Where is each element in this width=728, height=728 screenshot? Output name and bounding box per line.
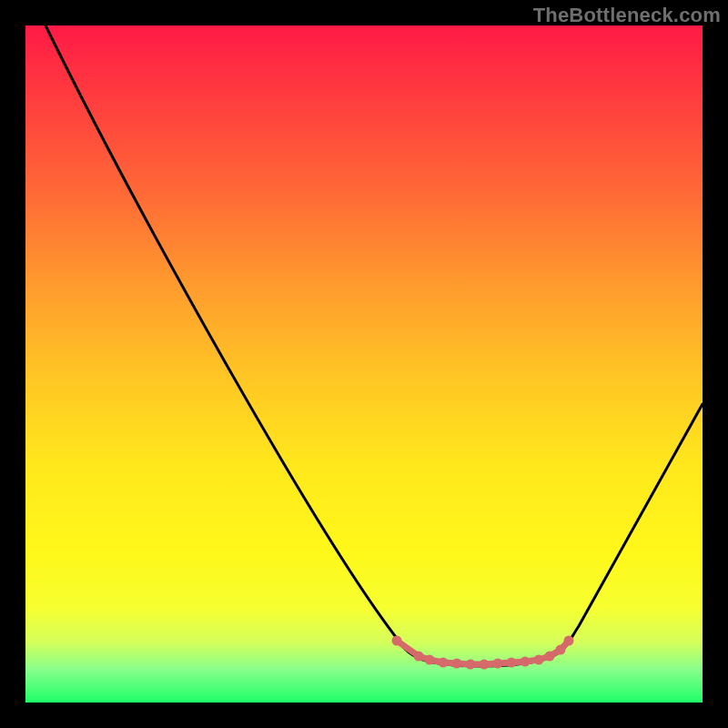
valley-marker-dot bbox=[564, 636, 574, 646]
valley-marker-dot bbox=[493, 659, 503, 669]
watermark-text: TheBottleneck.com bbox=[533, 4, 721, 27]
chart-svg bbox=[25, 25, 703, 703]
valley-marker-dot bbox=[534, 655, 544, 665]
valley-marker-group bbox=[392, 636, 574, 670]
valley-marker-dot bbox=[425, 655, 435, 665]
valley-marker-dot bbox=[545, 652, 555, 662]
valley-marker-dot bbox=[439, 658, 449, 668]
valley-marker-dot bbox=[507, 658, 517, 668]
valley-marker-dot bbox=[414, 652, 424, 662]
valley-marker-dot bbox=[452, 659, 462, 669]
chart-frame: TheBottleneck.com bbox=[0, 0, 728, 728]
chart-plot-area bbox=[25, 25, 703, 703]
valley-marker-dot bbox=[392, 636, 402, 646]
valley-marker-dot bbox=[521, 657, 531, 667]
valley-marker-dot bbox=[466, 660, 476, 670]
valley-marker-dot bbox=[556, 645, 566, 655]
bottleneck-curve bbox=[46, 25, 703, 666]
valley-marker-dot bbox=[480, 660, 490, 670]
